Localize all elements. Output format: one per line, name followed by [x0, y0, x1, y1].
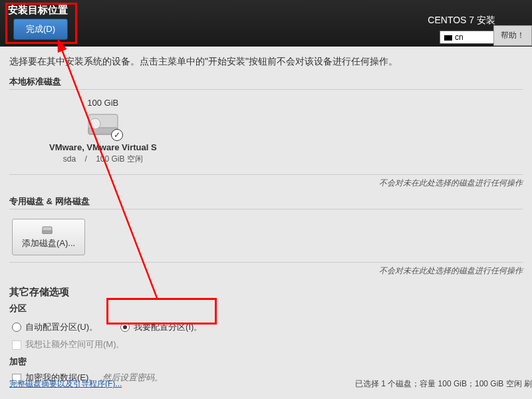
installer-title: CENTOS 7 安装 [428, 15, 495, 27]
encrypt-label: 加密 [9, 356, 523, 368]
disk-summary-link[interactable]: 完整磁盘摘要以及引导程序(F)... [9, 378, 122, 390]
done-button[interactable]: 完成(D) [13, 19, 68, 40]
main-content: 选择要在其中安装系统的设备。点击主菜单中的"开始安装"按钮前不会对该设备进行任何… [0, 47, 532, 399]
partition-label: 分区 [9, 303, 523, 315]
disk-separator: / [84, 154, 86, 164]
keyboard-layout-label: cn [455, 33, 464, 42]
svg-point-2 [90, 118, 100, 129]
help-button[interactable]: 帮助！ [493, 25, 532, 46]
svg-rect-4 [43, 231, 52, 233]
radio-manual-label: 我要配置分区(I)。 [134, 321, 202, 333]
unlisted-note-1: 不会对未在此处选择的磁盘进行任何操作 [9, 174, 523, 189]
description-text: 选择要在其中安装系统的设备。点击主菜单中的"开始安装"按钮前不会对该设备进行任何… [9, 56, 523, 68]
radio-auto-partition[interactable]: 自动配置分区(U)。 [12, 321, 98, 333]
add-disk-button[interactable]: 添加磁盘(A)... [12, 219, 85, 255]
disk-plus-icon [42, 225, 55, 235]
checkbox-icon [12, 340, 21, 350]
radio-manual-partition[interactable]: 我要配置分区(I)。 [120, 321, 202, 333]
header-bar: 安装目标位置 完成(D) CENTOS 7 安装 cn 帮助！ [0, 0, 532, 47]
special-disks-heading: 专用磁盘 & 网络磁盘 [9, 196, 523, 209]
page-title: 安装目标位置 [8, 4, 68, 17]
hard-disk-icon: ✓ [86, 112, 120, 138]
checkmark-badge-icon: ✓ [111, 129, 123, 141]
unlisted-note-2: 不会对未在此处选择的磁盘进行任何操作 [9, 262, 523, 277]
other-storage-heading: 其它存储选项 [9, 286, 523, 299]
disk-details: sda / 100 GiB 空闲 [49, 154, 157, 165]
disk-name-label: VMware, VMware Virtual S [49, 142, 157, 152]
add-disk-label: 添加磁盘(A)... [22, 238, 75, 248]
local-disks-heading: 本地标准磁盘 [9, 76, 523, 90]
extra-space-label: 我想让额外空间可用(M)。 [25, 339, 125, 349]
disk-id: sda [63, 154, 76, 164]
keyboard-layout-selector[interactable]: cn [440, 31, 495, 44]
radio-icon [12, 323, 21, 332]
extra-space-checkbox-row[interactable]: 我想让额外空间可用(M)。 [12, 338, 523, 350]
radio-icon-selected [120, 323, 130, 332]
selection-status: 已选择 1 个磁盘；容量 100 GiB；100 GiB 空闲 刷 [355, 378, 532, 390]
disk-free: 100 GiB 空闲 [96, 154, 143, 164]
radio-auto-label: 自动配置分区(U)。 [25, 321, 98, 333]
disk-item[interactable]: 100 GiB ✓ VMware, VMware Virtual S sda /… [49, 98, 157, 165]
disk-size-label: 100 GiB [49, 98, 157, 108]
